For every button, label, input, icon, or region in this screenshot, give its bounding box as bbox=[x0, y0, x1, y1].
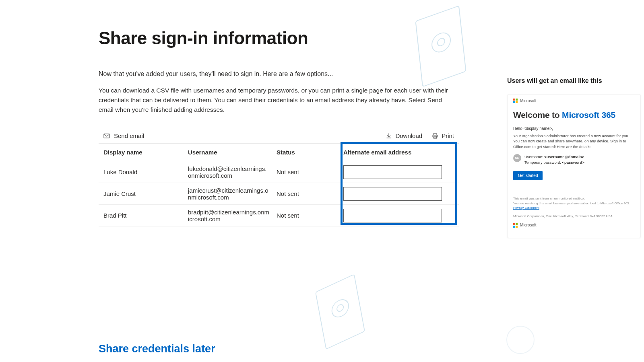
decorative-gear-icon bbox=[506, 326, 535, 354]
col-header-display-name: Display name bbox=[103, 149, 188, 156]
hello-line: Hello <display name>, bbox=[513, 126, 635, 131]
mail-icon bbox=[103, 133, 110, 139]
cell-username: jamiecrust@citizenlearnings.onmicrosoft.… bbox=[188, 187, 277, 201]
alt-email-input[interactable] bbox=[343, 209, 442, 222]
intro-text-2: You can download a CSV file with usernam… bbox=[99, 86, 449, 115]
print-label: Print bbox=[442, 132, 454, 139]
download-label: Download bbox=[395, 132, 422, 139]
download-button[interactable]: Download bbox=[386, 132, 422, 139]
table-row: Luke Donald lukedonald@citizenlearnings.… bbox=[99, 161, 459, 183]
email-preview-card: Microsoft Welcome to Microsoft 365 Hello… bbox=[507, 94, 641, 238]
preview-heading: Users will get an email like this bbox=[507, 77, 641, 84]
welcome-heading: Welcome to Microsoft 365 bbox=[513, 110, 635, 120]
footer-divider bbox=[0, 338, 644, 338]
send-email-button[interactable]: Send email bbox=[103, 132, 386, 139]
cell-display-name: Brad Pitt bbox=[103, 212, 188, 219]
table-row: Brad Pitt bradpitt@citizenlearnings.onmi… bbox=[99, 205, 459, 226]
action-bar: Send email Download Print bbox=[99, 131, 459, 144]
send-email-label: Send email bbox=[114, 132, 144, 139]
avatar-icon: SD bbox=[513, 154, 521, 162]
microsoft-logo-icon bbox=[513, 99, 518, 103]
svg-rect-1 bbox=[433, 134, 437, 135]
brand-label: Microsoft bbox=[520, 99, 537, 103]
credentials-block: SD Username: <username@domain> Temporary… bbox=[513, 154, 635, 166]
download-icon bbox=[386, 133, 392, 139]
privacy-link: Privacy Statement bbox=[513, 206, 539, 210]
alt-email-input[interactable] bbox=[343, 165, 442, 179]
email-preview-panel: Users will get an email like this Micros… bbox=[507, 77, 641, 238]
page-title: Share sign-in information bbox=[99, 28, 449, 48]
cell-display-name: Jamie Crust bbox=[103, 190, 188, 197]
cell-status: Not sent bbox=[277, 212, 341, 219]
cell-display-name: Luke Donald bbox=[103, 169, 188, 175]
preview-body: Your organization's administrator has cr… bbox=[513, 133, 635, 149]
get-started-button: Get started bbox=[513, 171, 543, 180]
cell-status: Not sent bbox=[277, 169, 341, 175]
cell-username: lukedonald@citizenlearnings.onmicrosoft.… bbox=[188, 165, 277, 179]
cell-status: Not sent bbox=[277, 190, 341, 197]
alt-email-input[interactable] bbox=[343, 187, 442, 201]
intro-text-1: Now that you've added your users, they'l… bbox=[99, 70, 449, 78]
share-credentials-later-link[interactable]: Share credentials later bbox=[99, 343, 215, 355]
table-header-row: Display name Username Status Alternate e… bbox=[99, 144, 459, 161]
cell-username: bradpitt@citizenlearnings.onmicrosoft.co… bbox=[188, 209, 277, 222]
col-header-username: Username bbox=[188, 149, 277, 156]
print-icon bbox=[432, 133, 438, 139]
print-button[interactable]: Print bbox=[432, 132, 454, 139]
col-header-status: Status bbox=[277, 149, 341, 156]
microsoft-logo-icon bbox=[513, 223, 518, 228]
users-table: Display name Username Status Alternate e… bbox=[99, 144, 459, 226]
preview-footer: This email was sent from an unmonitored … bbox=[513, 196, 635, 228]
col-header-alt-email: Alternate email address bbox=[341, 149, 454, 156]
table-row: Jamie Crust jamiecrust@citizenlearnings.… bbox=[99, 183, 459, 205]
